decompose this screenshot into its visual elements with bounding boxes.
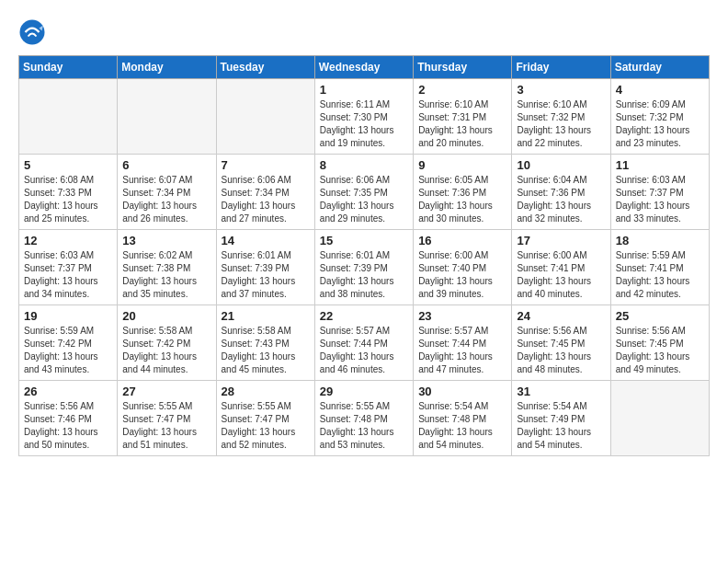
day-number: 20	[122, 309, 210, 323]
day-info: Sunrise: 6:01 AMSunset: 7:39 PMDaylight:…	[320, 249, 408, 301]
calendar-cell	[216, 79, 314, 155]
calendar-week-2: 5Sunrise: 6:08 AMSunset: 7:33 PMDaylight…	[19, 155, 710, 230]
day-info: Sunrise: 6:00 AMSunset: 7:41 PMDaylight:…	[517, 249, 605, 301]
calendar-cell: 16Sunrise: 6:00 AMSunset: 7:40 PMDayligh…	[414, 230, 512, 305]
logo	[18, 18, 48, 46]
day-info: Sunrise: 5:57 AMSunset: 7:44 PMDaylight:…	[418, 325, 506, 376]
day-info: Sunrise: 6:08 AMSunset: 7:33 PMDaylight:…	[24, 174, 112, 225]
calendar-week-4: 19Sunrise: 5:59 AMSunset: 7:42 PMDayligh…	[19, 305, 710, 381]
day-info: Sunrise: 6:06 AMSunset: 7:34 PMDaylight:…	[222, 174, 310, 225]
day-number: 11	[616, 158, 704, 172]
day-info: Sunrise: 6:00 AMSunset: 7:40 PMDaylight:…	[418, 249, 506, 301]
calendar-cell: 5Sunrise: 6:08 AMSunset: 7:33 PMDaylight…	[19, 155, 118, 230]
calendar-cell: 19Sunrise: 5:59 AMSunset: 7:42 PMDayligh…	[19, 305, 118, 381]
calendar-cell: 29Sunrise: 5:55 AMSunset: 7:48 PMDayligh…	[314, 381, 413, 456]
day-info: Sunrise: 6:05 AMSunset: 7:36 PMDaylight:…	[418, 174, 506, 225]
day-info: Sunrise: 6:10 AMSunset: 7:31 PMDaylight:…	[418, 98, 506, 150]
day-info: Sunrise: 6:03 AMSunset: 7:37 PMDaylight:…	[24, 249, 112, 301]
page-header	[18, 18, 710, 46]
day-info: Sunrise: 5:57 AMSunset: 7:44 PMDaylight:…	[320, 325, 408, 376]
logo-icon	[18, 18, 46, 46]
calendar-cell: 30Sunrise: 5:54 AMSunset: 7:48 PMDayligh…	[414, 381, 512, 456]
calendar-cell	[19, 79, 118, 155]
calendar-cell: 27Sunrise: 5:55 AMSunset: 7:47 PMDayligh…	[118, 381, 216, 456]
calendar-cell: 22Sunrise: 5:57 AMSunset: 7:44 PMDayligh…	[314, 305, 413, 381]
day-number: 18	[616, 234, 704, 247]
day-info: Sunrise: 6:04 AMSunset: 7:36 PMDaylight:…	[517, 174, 605, 225]
column-header-friday: Friday	[512, 56, 610, 79]
day-number: 27	[122, 385, 210, 398]
day-info: Sunrise: 6:10 AMSunset: 7:32 PMDaylight:…	[517, 98, 605, 150]
day-number: 15	[320, 234, 408, 247]
day-number: 29	[320, 385, 408, 398]
day-info: Sunrise: 6:11 AMSunset: 7:30 PMDaylight:…	[320, 98, 408, 150]
day-info: Sunrise: 6:07 AMSunset: 7:34 PMDaylight:…	[122, 174, 210, 225]
calendar-cell	[610, 381, 709, 456]
calendar-cell	[118, 79, 216, 155]
day-number: 24	[517, 309, 605, 323]
calendar-cell: 21Sunrise: 5:58 AMSunset: 7:43 PMDayligh…	[216, 305, 314, 381]
day-number: 8	[320, 158, 408, 172]
calendar-cell: 2Sunrise: 6:10 AMSunset: 7:31 PMDaylight…	[414, 79, 512, 155]
column-header-saturday: Saturday	[610, 56, 709, 79]
calendar-cell: 23Sunrise: 5:57 AMSunset: 7:44 PMDayligh…	[414, 305, 512, 381]
day-info: Sunrise: 5:58 AMSunset: 7:43 PMDaylight:…	[222, 325, 310, 376]
day-number: 16	[418, 234, 506, 247]
day-info: Sunrise: 6:06 AMSunset: 7:35 PMDaylight:…	[320, 174, 408, 225]
day-info: Sunrise: 5:55 AMSunset: 7:47 PMDaylight:…	[222, 400, 310, 452]
calendar-cell: 18Sunrise: 5:59 AMSunset: 7:41 PMDayligh…	[610, 230, 709, 305]
day-info: Sunrise: 6:02 AMSunset: 7:38 PMDaylight:…	[122, 249, 210, 301]
calendar-cell: 26Sunrise: 5:56 AMSunset: 7:46 PMDayligh…	[19, 381, 118, 456]
day-info: Sunrise: 5:55 AMSunset: 7:48 PMDaylight:…	[320, 400, 408, 452]
day-number: 12	[24, 234, 112, 247]
day-number: 4	[616, 83, 704, 97]
calendar-cell: 4Sunrise: 6:09 AMSunset: 7:32 PMDaylight…	[610, 79, 709, 155]
calendar-cell: 6Sunrise: 6:07 AMSunset: 7:34 PMDaylight…	[118, 155, 216, 230]
column-header-wednesday: Wednesday	[314, 56, 413, 79]
calendar-week-5: 26Sunrise: 5:56 AMSunset: 7:46 PMDayligh…	[19, 381, 710, 456]
day-number: 2	[418, 83, 506, 97]
calendar-cell: 24Sunrise: 5:56 AMSunset: 7:45 PMDayligh…	[512, 305, 610, 381]
day-info: Sunrise: 5:56 AMSunset: 7:45 PMDaylight:…	[517, 325, 605, 376]
day-info: Sunrise: 6:03 AMSunset: 7:37 PMDaylight:…	[616, 174, 704, 225]
calendar-header-row: SundayMondayTuesdayWednesdayThursdayFrid…	[19, 56, 710, 79]
day-info: Sunrise: 5:59 AMSunset: 7:42 PMDaylight:…	[24, 325, 112, 376]
calendar-cell: 14Sunrise: 6:01 AMSunset: 7:39 PMDayligh…	[216, 230, 314, 305]
calendar-cell: 7Sunrise: 6:06 AMSunset: 7:34 PMDaylight…	[216, 155, 314, 230]
calendar-cell: 9Sunrise: 6:05 AMSunset: 7:36 PMDaylight…	[414, 155, 512, 230]
day-info: Sunrise: 5:58 AMSunset: 7:42 PMDaylight:…	[122, 325, 210, 376]
calendar-cell: 1Sunrise: 6:11 AMSunset: 7:30 PMDaylight…	[314, 79, 413, 155]
day-number: 19	[24, 309, 112, 323]
day-number: 14	[222, 234, 310, 247]
calendar-cell: 12Sunrise: 6:03 AMSunset: 7:37 PMDayligh…	[19, 230, 118, 305]
column-header-tuesday: Tuesday	[216, 56, 314, 79]
svg-point-0	[20, 20, 45, 45]
day-info: Sunrise: 5:55 AMSunset: 7:47 PMDaylight:…	[122, 400, 210, 452]
day-info: Sunrise: 5:59 AMSunset: 7:41 PMDaylight:…	[616, 249, 704, 301]
calendar-week-1: 1Sunrise: 6:11 AMSunset: 7:30 PMDaylight…	[19, 79, 710, 155]
day-info: Sunrise: 6:09 AMSunset: 7:32 PMDaylight:…	[616, 98, 704, 150]
calendar-cell: 13Sunrise: 6:02 AMSunset: 7:38 PMDayligh…	[118, 230, 216, 305]
calendar-cell: 31Sunrise: 5:54 AMSunset: 7:49 PMDayligh…	[512, 381, 610, 456]
day-number: 5	[24, 158, 112, 172]
day-number: 22	[320, 309, 408, 323]
calendar-cell: 11Sunrise: 6:03 AMSunset: 7:37 PMDayligh…	[610, 155, 709, 230]
day-number: 6	[122, 158, 210, 172]
calendar-cell: 28Sunrise: 5:55 AMSunset: 7:47 PMDayligh…	[216, 381, 314, 456]
day-number: 26	[24, 385, 112, 398]
calendar-week-3: 12Sunrise: 6:03 AMSunset: 7:37 PMDayligh…	[19, 230, 710, 305]
calendar-table: SundayMondayTuesdayWednesdayThursdayFrid…	[18, 55, 710, 456]
calendar-cell: 3Sunrise: 6:10 AMSunset: 7:32 PMDaylight…	[512, 79, 610, 155]
calendar-cell: 8Sunrise: 6:06 AMSunset: 7:35 PMDaylight…	[314, 155, 413, 230]
calendar-body: 1Sunrise: 6:11 AMSunset: 7:30 PMDaylight…	[19, 79, 710, 456]
calendar-cell: 15Sunrise: 6:01 AMSunset: 7:39 PMDayligh…	[314, 230, 413, 305]
calendar-cell: 20Sunrise: 5:58 AMSunset: 7:42 PMDayligh…	[118, 305, 216, 381]
day-number: 7	[222, 158, 310, 172]
day-number: 25	[616, 309, 704, 323]
day-number: 17	[517, 234, 605, 247]
column-header-monday: Monday	[118, 56, 216, 79]
day-info: Sunrise: 5:56 AMSunset: 7:46 PMDaylight:…	[24, 400, 112, 452]
day-info: Sunrise: 6:01 AMSunset: 7:39 PMDaylight:…	[222, 249, 310, 301]
day-number: 21	[222, 309, 310, 323]
column-header-thursday: Thursday	[414, 56, 512, 79]
